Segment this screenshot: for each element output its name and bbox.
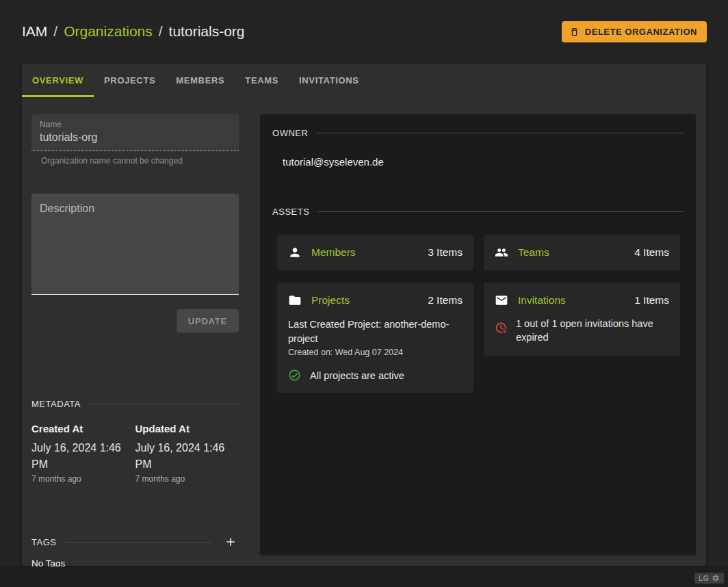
teams-card-count: 4 Items (634, 246, 669, 259)
person-icon (288, 246, 302, 259)
org-name-field: Name (31, 114, 239, 151)
assets-title: ASSETS (272, 207, 309, 217)
tab-members[interactable]: MEMBERS (166, 64, 235, 97)
created-at-relative: 7 months ago (31, 474, 135, 484)
projects-card[interactable]: Projects 2 Items Last Created Project: a… (277, 283, 473, 393)
breadcrumb-separator: / (159, 23, 163, 40)
breadcrumb: IAM / Organizations / tutorials-org (22, 23, 245, 40)
projects-created-on: Created on: Wed Aug 07 2024 (288, 348, 463, 357)
created-at-label: Created At (31, 423, 135, 434)
clock-expired-icon (495, 321, 508, 335)
members-card-title: Members (311, 246, 356, 259)
assets-section-header: ASSETS (272, 207, 684, 217)
add-tag-button[interactable] (222, 534, 239, 550)
invitations-card[interactable]: Invitations 1 Items 1 out of 1 open invi… (484, 283, 680, 356)
owner-section-header: OWNER (272, 128, 684, 138)
org-summary-panel: OWNER tutorial@syseleven.de ASSETS Membe… (260, 114, 696, 556)
invitations-warning-text: 1 out of 1 open invitations have expired (516, 317, 669, 345)
invitations-card-title: Invitations (518, 294, 566, 306)
breadcrumb-current-org: tutorials-org (169, 23, 245, 40)
owner-divider (316, 133, 684, 133)
teams-card-title: Teams (518, 246, 549, 259)
updated-at-label: Updated At (135, 423, 239, 434)
created-at-block: Created At July 16, 2024 1:46 PM 7 month… (31, 423, 135, 484)
org-name-helper-text: Organization name cannot be changed (41, 156, 239, 166)
org-name-input (40, 131, 231, 144)
metadata-divider (89, 404, 239, 404)
people-group-icon (495, 246, 508, 259)
projects-card-title: Projects (311, 294, 350, 306)
members-card-count: 3 Items (428, 246, 463, 259)
delete-organization-button[interactable]: DELETE ORGANIZATION (562, 21, 707, 42)
footer-strip (0, 566, 728, 587)
folder-icon (288, 294, 302, 307)
mail-icon (495, 294, 508, 307)
debug-badge[interactable]: LG (694, 573, 724, 584)
metadata-section: METADATA Created At July 16, 2024 1:46 P… (31, 399, 239, 484)
projects-last-created: Last Created Project: another-demo-proje… (288, 317, 463, 346)
tags-divider (65, 542, 211, 543)
gear-icon (712, 574, 720, 582)
members-card[interactable]: Members 3 Items (277, 235, 473, 270)
org-edit-column: Name Organization name cannot be changed… (31, 114, 239, 569)
projects-status-text: All projects are active (310, 370, 404, 381)
owner-email: tutorial@syseleven.de (283, 156, 684, 168)
check-circle-icon (288, 369, 301, 382)
updated-at-block: Updated At July 16, 2024 1:46 PM 7 month… (135, 423, 239, 484)
asset-cards-grid: Members 3 Items Teams 4 Items (277, 235, 679, 393)
tab-invitations[interactable]: INVITATIONS (289, 64, 369, 97)
delete-organization-label: DELETE ORGANIZATION (585, 27, 697, 37)
debug-badge-label: LG (699, 574, 709, 582)
plus-icon (224, 535, 237, 549)
tab-teams[interactable]: TEAMS (235, 64, 289, 97)
org-tab-bar: OVERVIEW PROJECTS MEMBERS TEAMS INVITATI… (22, 64, 706, 97)
org-name-label: Name (40, 120, 231, 129)
invitations-card-count: 1 Items (634, 294, 669, 306)
organization-detail-page: IAM / Organizations / tutorials-org DELE… (0, 0, 728, 587)
metadata-title: METADATA (31, 399, 81, 409)
tags-section: TAGS No Tags (31, 534, 239, 569)
created-at-value: July 16, 2024 1:46 PM (31, 440, 134, 473)
owner-title: OWNER (272, 128, 308, 138)
organization-overview-panel: OVERVIEW PROJECTS MEMBERS TEAMS INVITATI… (22, 64, 706, 566)
projects-card-count: 2 Items (428, 294, 463, 306)
trash-icon (569, 27, 580, 37)
teams-card[interactable]: Teams 4 Items (484, 235, 680, 270)
update-button[interactable]: UPDATE (177, 309, 239, 332)
breadcrumb-separator: / (53, 23, 57, 40)
assets-divider (317, 211, 684, 212)
org-description-textarea[interactable] (31, 194, 239, 295)
tab-overview[interactable]: OVERVIEW (22, 64, 94, 97)
tab-projects[interactable]: PROJECTS (94, 64, 166, 97)
updated-at-value: July 16, 2024 1:46 PM (135, 440, 238, 473)
breadcrumb-iam: IAM (22, 23, 47, 40)
tags-title: TAGS (31, 537, 57, 547)
breadcrumb-organizations-link[interactable]: Organizations (64, 23, 153, 40)
updated-at-relative: 7 months ago (135, 474, 239, 484)
